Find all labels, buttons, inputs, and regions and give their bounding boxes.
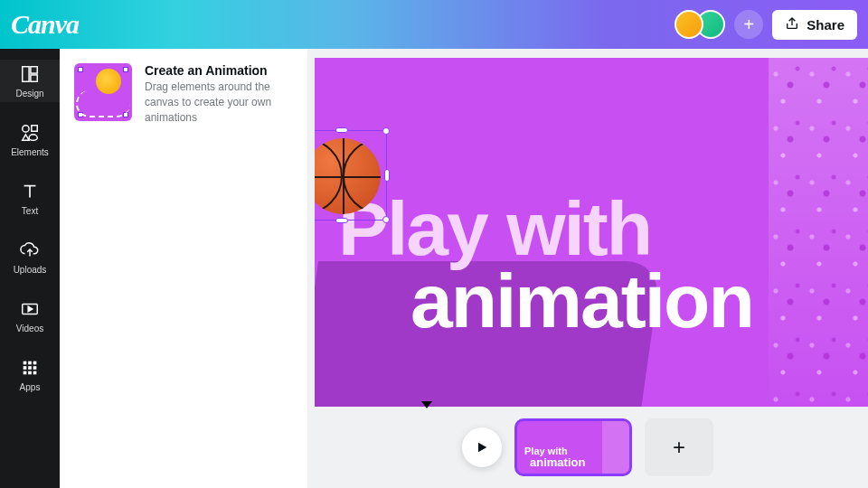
scene-thumbnail[interactable]: Play with animation <box>514 418 632 476</box>
rail-uploads[interactable]: Uploads <box>0 236 60 278</box>
collaborator-avatars[interactable] <box>675 10 725 39</box>
apps-icon <box>19 357 41 379</box>
play-icon <box>475 440 489 455</box>
resize-handle[interactable] <box>382 216 390 223</box>
uploads-icon <box>19 239 41 261</box>
svg-point-3 <box>23 126 29 132</box>
canvas[interactable]: Play with animation <box>315 58 868 407</box>
resize-handle[interactable] <box>384 169 390 182</box>
animation-desc: Drag elements around the canvas to creat… <box>145 80 293 125</box>
basketball-image[interactable] <box>315 138 381 214</box>
share-label: Share <box>807 17 844 33</box>
svg-rect-11 <box>24 371 27 375</box>
elements-icon <box>19 122 41 144</box>
topbar-actions: + Share <box>675 10 857 40</box>
svg-rect-0 <box>23 67 29 82</box>
rail-label: Uploads <box>14 265 47 275</box>
side-panel: Create an Animation Drag elements around… <box>60 49 307 488</box>
headline-line1: Play with <box>338 193 753 266</box>
playhead-icon[interactable] <box>421 401 432 408</box>
resize-handle[interactable] <box>335 127 348 133</box>
rail-design[interactable]: Design <box>0 60 60 102</box>
share-icon <box>785 16 799 33</box>
logo[interactable]: Canva <box>11 9 79 40</box>
svg-rect-5 <box>24 361 27 365</box>
videos-icon <box>19 298 41 320</box>
rail-label: Videos <box>16 324 43 333</box>
canvas-texture <box>769 58 868 407</box>
add-scene-button[interactable]: + <box>645 418 713 476</box>
svg-rect-7 <box>33 361 37 365</box>
design-icon <box>19 63 41 85</box>
timeline: Play with animation + <box>307 407 868 488</box>
animation-title: Create an Animation <box>145 63 293 78</box>
svg-rect-13 <box>33 371 37 375</box>
rail-label: Design <box>15 89 43 99</box>
rail-label: Text <box>22 206 38 216</box>
headline-line2: animation <box>410 266 753 338</box>
svg-rect-2 <box>31 75 37 81</box>
text-icon <box>19 181 41 202</box>
topbar: Canva + Share <box>0 0 868 49</box>
play-button[interactable] <box>462 427 502 467</box>
svg-rect-1 <box>31 67 37 73</box>
headline[interactable]: Play with animation <box>338 193 753 338</box>
resize-handle[interactable] <box>335 218 348 223</box>
thumb-line2: animation <box>530 456 585 468</box>
selected-element[interactable] <box>315 130 387 221</box>
resize-handle[interactable] <box>382 127 390 135</box>
avatar[interactable] <box>675 10 703 39</box>
svg-rect-8 <box>24 366 27 370</box>
workspace: Play with animation <box>307 49 868 488</box>
rail-elements[interactable]: Elements <box>0 118 60 161</box>
rail-label: Apps <box>20 382 41 392</box>
animation-card[interactable]: Create an Animation Drag elements around… <box>74 63 293 125</box>
animation-info: Create an Animation Drag elements around… <box>145 63 293 125</box>
svg-rect-6 <box>28 361 32 365</box>
share-button[interactable]: Share <box>772 10 857 40</box>
canvas-area[interactable]: Play with animation <box>307 49 868 407</box>
svg-rect-10 <box>33 366 37 370</box>
add-collaborator-button[interactable]: + <box>734 10 763 39</box>
rail-videos[interactable]: Videos <box>0 295 60 337</box>
rail-apps[interactable]: Apps <box>0 353 60 396</box>
animation-thumbnail <box>74 63 132 121</box>
rail-label: Elements <box>11 147 49 157</box>
svg-rect-9 <box>28 366 32 370</box>
rail-text[interactable]: Text <box>0 177 60 220</box>
svg-rect-12 <box>28 371 32 375</box>
left-rail: Design Elements Text Uploads Videos Apps <box>0 49 60 488</box>
